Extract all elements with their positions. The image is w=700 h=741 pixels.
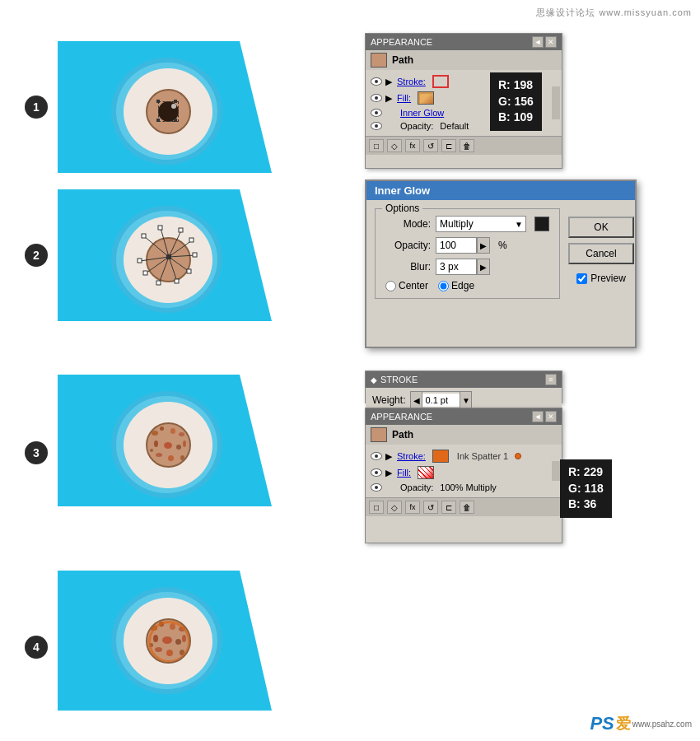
svg-rect-16 — [175, 279, 179, 283]
options-label: Options — [382, 203, 422, 214]
opacity-input[interactable] — [436, 237, 477, 254]
toolbar-icon-2a[interactable]: □ — [369, 501, 384, 514]
svg-rect-14 — [193, 253, 197, 257]
ok-button[interactable]: OK — [568, 217, 634, 238]
svg-rect-19 — [138, 259, 142, 263]
stroke-controls: ≡ — [545, 374, 557, 385]
panel-1-close[interactable]: ✕ — [545, 36, 557, 48]
toolbar-icon-2f[interactable]: 🗑 — [460, 501, 474, 514]
eye-icon-fill-2[interactable] — [371, 468, 382, 477]
tooltip-b-3: B: 36 — [568, 496, 604, 513]
color-tooltip-3: R: 229 G: 118 B: 36 — [560, 459, 612, 518]
toolbar-icon-1b[interactable]: ◇ — [387, 139, 402, 152]
arrow-fill: ▶ — [385, 93, 392, 104]
toolbar-icon-1e[interactable]: ⊏ — [441, 139, 456, 152]
center-radio[interactable] — [385, 281, 396, 291]
stroke-color-box-1[interactable] — [432, 75, 449, 88]
toolbar-icon-1d[interactable]: ↺ — [423, 139, 438, 152]
fill-label-2[interactable]: Fill: — [397, 468, 411, 478]
opacity-text-1: Opacity: — [400, 121, 433, 131]
inner-glow-body: Options Mode: Multiply Normal Screen ▼ — [366, 200, 635, 315]
path-label-1: Path — [392, 54, 413, 66]
tooltip-r-1: R: 198 — [498, 77, 534, 94]
opacity-unit: % — [498, 240, 507, 251]
weight-input[interactable] — [422, 394, 460, 407]
appearance-panel-2-header: APPEARANCE ◄ ✕ — [366, 408, 562, 425]
path-editing-2 — [152, 240, 185, 273]
stroke-panel-title: STROKE — [380, 375, 418, 384]
eye-icon-fill-1[interactable] — [371, 94, 382, 102]
mode-select-wrapper: Multiply Normal Screen ▼ — [436, 216, 526, 232]
panel-1-collapse[interactable]: ◄ — [532, 36, 544, 48]
toolbar-icon-2c[interactable]: fx — [405, 501, 420, 514]
opacity-value-2: 100% Multiply — [440, 482, 496, 492]
stroke-color-box-2[interactable] — [432, 450, 449, 463]
panel-1-controls: ◄ ✕ — [532, 36, 557, 48]
fill-label-1[interactable]: Fill: — [397, 93, 411, 103]
toolbar-icon-2b[interactable]: ◇ — [387, 501, 402, 514]
step-4-number: 4 — [25, 636, 48, 659]
svg-rect-13 — [189, 238, 194, 242]
blur-arrow-btn[interactable]: ▶ — [477, 259, 490, 275]
opacity-arrow-btn[interactable]: ▶ — [477, 237, 490, 254]
weight-input-wrapper: ◀ ▼ — [410, 391, 472, 409]
toolbar-icon-2e[interactable]: ⊏ — [441, 501, 456, 514]
panel-1-toolbar: □ ◇ fx ↺ ⊏ 🗑 — [366, 136, 562, 155]
svg-line-6 — [169, 257, 177, 282]
opacity-value-1: Default — [440, 121, 469, 131]
tooltip-g-3: G: 118 — [568, 481, 604, 497]
eye-icon-opacity-1[interactable] — [371, 122, 382, 130]
preview-row: Preview — [576, 273, 626, 284]
scrollbar-1[interactable] — [552, 86, 560, 119]
watermark-top: 思缘设计论坛 www.missyuan.com — [536, 7, 692, 19]
toolbar-icon-1a[interactable]: □ — [369, 139, 384, 152]
svg-line-0 — [144, 236, 169, 257]
toolbar-icon-1c[interactable]: fx — [405, 139, 420, 152]
fill-color-box-2[interactable] — [418, 466, 434, 479]
inner-glow-options: Options Mode: Multiply Normal Screen ▼ — [375, 208, 560, 307]
stroke-label-1[interactable]: Stroke: — [397, 77, 426, 86]
path-color-box-1 — [371, 53, 387, 68]
center-radio-item: Center — [385, 280, 428, 291]
stroke-panel-header: ◆ STROKE ≡ — [366, 371, 562, 388]
scrollbar-2[interactable] — [552, 461, 560, 481]
mode-select[interactable]: Multiply Normal Screen — [436, 216, 526, 232]
cancel-button[interactable]: Cancel — [568, 243, 634, 264]
svg-rect-12 — [179, 228, 183, 232]
eye-iris-3 — [146, 422, 191, 468]
eye-icon-glow-1[interactable] — [371, 109, 382, 117]
panel-2-close[interactable]: ✕ — [545, 411, 557, 422]
bottom-site: www.psahz.com — [632, 720, 692, 729]
eye-icon-stroke-1[interactable] — [371, 77, 382, 86]
edge-radio[interactable] — [438, 281, 449, 291]
toolbar-icon-2d[interactable]: ↺ — [423, 501, 438, 514]
stroke-panel: ◆ STROKE ≡ Weight: ◀ ▼ — [365, 370, 562, 403]
blur-input[interactable] — [436, 259, 477, 275]
appearance-panel-2: APPEARANCE ◄ ✕ Path ▶ Stroke: Ink Spatte… — [365, 408, 562, 543]
step-1-row: 1 — [0, 37, 362, 177]
stroke-label-2[interactable]: Stroke: — [397, 451, 426, 461]
edge-center-row: Center Edge — [385, 280, 549, 291]
opacity-input-wrapper: ▶ — [436, 237, 490, 254]
preview-checkbox[interactable] — [576, 273, 587, 284]
eye-icon-stroke-2[interactable] — [371, 452, 382, 460]
stroke-menu[interactable]: ≡ — [545, 374, 557, 385]
love-heart: 爱 — [616, 714, 631, 734]
fill-color-box-1[interactable] — [418, 91, 434, 105]
path-row-1: Path — [366, 50, 562, 70]
toolbar-icon-1f[interactable]: 🗑 — [460, 139, 474, 152]
svg-rect-20 — [166, 254, 171, 259]
appearance-panel-1-header: APPEARANCE ◄ ✕ — [366, 34, 562, 50]
panel-2-collapse[interactable]: ◄ — [532, 411, 544, 422]
opacity-text-2: Opacity: — [400, 482, 433, 492]
eye-icon-opacity-2[interactable] — [371, 483, 382, 492]
handle-tr — [174, 100, 177, 103]
weight-increment[interactable]: ▼ — [460, 392, 471, 408]
mode-row: Mode: Multiply Normal Screen ▼ — [385, 216, 549, 232]
inner-glow-label-1[interactable]: Inner Glow — [400, 108, 444, 118]
weight-decrement[interactable]: ◀ — [411, 392, 422, 408]
edge-label: Edge — [451, 280, 474, 291]
svg-rect-11 — [158, 226, 162, 230]
mode-color[interactable] — [534, 217, 549, 231]
svg-line-5 — [169, 257, 189, 272]
